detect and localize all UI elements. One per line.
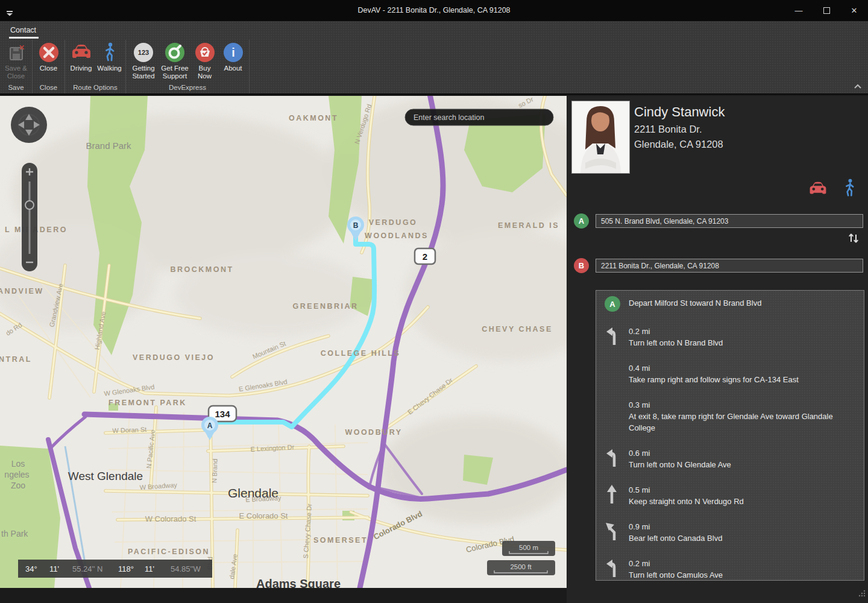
step-distance: 0.4 mi xyxy=(629,362,858,374)
map-label: ngeles xyxy=(4,470,29,479)
direction-step[interactable]: 0.4 miTake ramp right and follow signs f… xyxy=(605,362,858,385)
svg-text:123: 123 xyxy=(138,49,149,56)
buy-now-icon xyxy=(194,40,216,65)
map-label: FREMONT PARK xyxy=(108,399,187,407)
direction-step[interactable]: 0.5 miKeep straight onto N Verdugo Rd xyxy=(605,484,858,507)
map-pan-control[interactable] xyxy=(11,107,47,143)
directions-list[interactable]: A Depart Milford St toward N Brand Blvd … xyxy=(596,290,864,581)
direction-step[interactable]: A Depart Milford St toward N Brand Blvd xyxy=(605,295,858,312)
direction-step[interactable]: 0.3 miAt exit 8, take ramp right for Gle… xyxy=(605,399,858,434)
group-label-close: Close xyxy=(34,83,63,93)
window-title: DevAV - 2211 Bonita Dr., Glendale, CA 91… xyxy=(0,0,868,21)
walking-icon xyxy=(104,40,116,65)
map-label: CHEVY CHASE xyxy=(482,325,553,333)
map-label: EMERALD IS xyxy=(498,221,559,230)
map-label: PACIFIC-EDISON xyxy=(128,548,210,556)
map-label: Zoo xyxy=(11,481,25,490)
getting-started-label-1: Getting xyxy=(132,65,154,72)
step-distance: 0.2 mi xyxy=(629,558,858,569)
about-label: About xyxy=(224,65,242,72)
step-distance: 0.9 mi xyxy=(629,521,858,532)
maximize-icon xyxy=(823,7,830,14)
step-text: Turn left onto N Brand Blvd xyxy=(629,337,858,349)
step-marker-a-icon: A xyxy=(605,296,620,312)
about-icon: i xyxy=(222,40,244,65)
map-canvas[interactable]: 2 134 OAKMONTBrand ParkL MIRADEROBROCKMO… xyxy=(0,96,567,588)
step-text: Turn left onto N Glendale Ave xyxy=(629,459,858,470)
walking-mode-icon[interactable] xyxy=(844,178,855,200)
contact-address-line1: 2211 Bonita Dr. xyxy=(634,124,702,135)
maximize-button[interactable] xyxy=(813,0,840,21)
walking-button[interactable]: Walking xyxy=(95,40,124,72)
close-label: Close xyxy=(40,65,57,72)
bear-left-icon xyxy=(605,521,629,544)
save-close-label-2: Close xyxy=(7,72,25,80)
save-close-icon: ✕ xyxy=(7,40,25,65)
direction-step[interactable]: 0.6 miTurn left onto N Glendale Ave xyxy=(605,447,858,470)
step-text: Bear left onto Canada Blvd xyxy=(629,532,858,544)
map-label: E Colorado St xyxy=(239,511,288,520)
driving-mode-icon[interactable] xyxy=(808,181,828,200)
close-icon xyxy=(38,40,60,65)
highway-shield-2: 2 xyxy=(415,248,435,264)
svg-text:55.24'' N: 55.24'' N xyxy=(72,564,103,573)
save-close-button[interactable]: ✕ Save & Close xyxy=(2,40,30,80)
map-scale-metric: 500 m xyxy=(502,541,555,556)
group-label-save: Save xyxy=(2,83,30,93)
svg-text:B: B xyxy=(353,221,359,230)
direction-step[interactable]: 0.2 miTurn left onto Camulos Ave xyxy=(605,558,858,581)
support-label-2: Support xyxy=(163,72,187,80)
car-icon xyxy=(70,40,93,65)
svg-text:11': 11' xyxy=(145,564,154,573)
ribbon-group-route-options: Driving Walking Route Options xyxy=(65,40,126,93)
map-label: Brand Park xyxy=(86,140,131,151)
about-button[interactable]: i About xyxy=(219,40,247,72)
close-button[interactable]: Close xyxy=(34,40,63,72)
map-zoom-slider[interactable] xyxy=(22,163,37,271)
close-window-button[interactable]: ✕ xyxy=(840,0,868,21)
driving-label: Driving xyxy=(71,65,92,72)
buy-now-label-1: Buy xyxy=(199,65,211,72)
direction-step[interactable]: 0.9 miBear left onto Canada Blvd xyxy=(605,521,858,544)
map-label: th Park xyxy=(1,529,28,538)
getting-started-label-2: Started xyxy=(132,72,154,80)
map-label: COLLEGE HILLS xyxy=(321,349,401,358)
step-text: Keep straight onto N Verdugo Rd xyxy=(629,496,858,507)
map-label: OAKMONT xyxy=(289,114,338,122)
resize-grip[interactable] xyxy=(858,589,866,599)
map-label: SOMERSET xyxy=(313,536,368,545)
step-text: Depart Milford St toward N Brand Blvd xyxy=(629,295,858,312)
turn-left-icon xyxy=(605,326,629,349)
map-label: W Doran St xyxy=(112,426,146,434)
svg-text:134: 134 xyxy=(215,409,230,419)
map-label: ANDVIEW xyxy=(0,287,44,295)
contact-route-panel: Cindy Stanwick 2211 Bonita Dr. Glendale,… xyxy=(567,96,868,603)
getting-started-icon: 123 xyxy=(133,40,154,65)
map-label: BROCKMONT xyxy=(170,265,233,274)
minimize-button[interactable]: — xyxy=(785,0,813,21)
step-distance: 0.6 mi xyxy=(629,447,858,459)
direction-step[interactable]: 0.2 miTurn left onto N Brand Blvd xyxy=(605,326,858,349)
swap-waypoints-button[interactable] xyxy=(848,232,860,246)
waypoint-a-input[interactable] xyxy=(596,214,863,228)
tab-contact[interactable]: Contact xyxy=(9,25,39,39)
step-text: At exit 8, take ramp right for Glendale … xyxy=(629,411,858,434)
ribbon-collapse-chevron-icon[interactable] xyxy=(854,80,862,91)
map-coordinates-bar[interactable]: 34° 11' 55.24'' N 118° 11' 54.85''W xyxy=(18,560,212,578)
get-free-support-button[interactable]: Get Free Support xyxy=(159,40,190,80)
map-label: VERDUGO xyxy=(369,218,418,227)
buy-now-button[interactable]: Buy Now xyxy=(190,40,219,80)
turn-left-icon xyxy=(605,447,629,470)
waypoint-b-badge: B xyxy=(574,258,589,273)
map-search[interactable]: Enter search location xyxy=(405,109,553,125)
waypoint-a-badge: A xyxy=(574,213,589,229)
driving-button[interactable]: Driving xyxy=(67,40,95,72)
group-label-route-options: Route Options xyxy=(67,83,124,93)
turn-left-icon xyxy=(605,558,629,581)
svg-text:A: A xyxy=(207,421,213,430)
zoom-slider-thumb[interactable] xyxy=(25,201,34,209)
support-icon xyxy=(164,40,186,65)
getting-started-button[interactable]: 123 Getting Started xyxy=(128,40,159,80)
waypoint-b-input[interactable] xyxy=(596,259,863,273)
map-label: VERDUGO VIEJO xyxy=(133,353,215,362)
